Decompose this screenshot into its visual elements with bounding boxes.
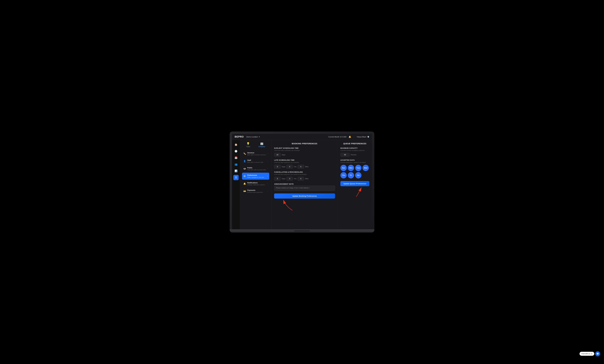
logo: BEPRO bbox=[235, 136, 244, 138]
sidebar-item-chart[interactable]: 📊 bbox=[233, 168, 239, 174]
preferences-icon: ⚙️ bbox=[243, 175, 246, 177]
menu-item-payments[interactable]: 💳 Payments Accept online payments... › bbox=[242, 188, 269, 195]
tab-company-label: Company bbox=[258, 146, 265, 148]
max-capacity-title: MAXIMUM CAPACITY bbox=[340, 147, 369, 149]
cancel-days-input[interactable] bbox=[274, 177, 281, 181]
menu-item-notifications[interactable]: 🔔 Notifications Change notification opti… bbox=[242, 180, 269, 187]
staff-chevron-icon: › bbox=[267, 160, 268, 162]
notifications-icon: 🔔 bbox=[243, 182, 246, 185]
late-days-input[interactable] bbox=[274, 165, 281, 169]
tab-company[interactable]: 🏢 Company bbox=[258, 142, 265, 148]
notifications-chevron-icon: › bbox=[267, 183, 268, 185]
earliest-days-input[interactable] bbox=[274, 153, 281, 157]
menu-text-payments: Payments Accept online payments... bbox=[247, 189, 267, 193]
arrow-area-queue bbox=[340, 186, 369, 199]
cancel-mins-label: Mins bbox=[305, 178, 308, 180]
max-capacity-label: Persons bbox=[351, 154, 356, 156]
chat-bubble[interactable]: Chat with us 👋 bbox=[579, 352, 594, 356]
payments-title: Payments bbox=[247, 189, 267, 191]
current-month-label: Current Month: 9/ 2,500 bbox=[328, 136, 346, 138]
cancel-hrs-input[interactable] bbox=[286, 177, 293, 181]
tasks-icon: 💡 bbox=[247, 142, 250, 145]
menu-item-staff[interactable]: 👤 Staff Edit, add or remove staff... › bbox=[242, 158, 269, 165]
sidebar-item-clock[interactable]: 🕐 bbox=[233, 149, 239, 154]
update-queue-preferences-button[interactable]: Update Queue Preferences bbox=[340, 181, 369, 186]
late-scheduling-title: LATE SCHEDULING TIME bbox=[274, 159, 335, 161]
tab-tasks-label: Tasks bbox=[246, 146, 250, 148]
topbar-right: Current Month: 9/ 2,500 🔔 Yahya Elfard 🛡… bbox=[328, 135, 369, 138]
chat-button[interactable]: 💬 bbox=[595, 351, 600, 356]
user-info: Yahya Elfard 🛡️ bbox=[357, 136, 369, 138]
late-days-label: Days bbox=[282, 166, 285, 168]
arrow-area-booking bbox=[274, 199, 335, 212]
accepted-days-sub: Choose what days a queue is accepted bbox=[340, 162, 369, 163]
late-hrs-label: Hrs bbox=[294, 166, 296, 168]
cancellation-sub: Limit how late customers can cancel or r… bbox=[274, 174, 335, 175]
payments-chevron-icon: › bbox=[267, 190, 268, 192]
menu-item-services[interactable]: ✏️ Services Edit, add or remove services… bbox=[242, 150, 269, 157]
earliest-days-label: Days bbox=[282, 154, 285, 156]
menu-text-services: Services Edit, add or remove services... bbox=[247, 152, 267, 156]
max-capacity-row: Persons bbox=[340, 153, 369, 157]
sidebar-item-home[interactable]: 🏠 bbox=[233, 142, 239, 147]
cancellation-title: CANCELLATION & RESCHEDULING bbox=[274, 171, 335, 173]
day-pill-mon[interactable]: Mon bbox=[348, 165, 354, 171]
max-capacity-input[interactable] bbox=[340, 153, 350, 157]
day-pill-wed[interactable]: Wed bbox=[363, 165, 369, 171]
menu-item-public[interactable]: 👁️ Public View QR code & access links › bbox=[242, 165, 269, 172]
menu-text-notifications: Notifications Change notification option… bbox=[247, 182, 267, 186]
notifications-title: Notifications bbox=[247, 182, 267, 184]
chat-widget: Chat with us 👋 💬 bbox=[579, 351, 600, 356]
late-mins-input[interactable] bbox=[298, 165, 304, 169]
chevron-down-icon: ▾ bbox=[259, 136, 260, 138]
user-avatar-icon: 🛡️ bbox=[367, 136, 369, 138]
booking-preferences-title: BOOKING PREFERENCES bbox=[274, 143, 335, 145]
sidebar-item-list[interactable]: ☰ bbox=[233, 175, 239, 180]
late-scheduling-sub: Limit how late customers can schedule bbox=[274, 162, 335, 163]
tab-tasks[interactable]: 💡 Tasks bbox=[246, 142, 250, 148]
payments-icon: 💳 bbox=[243, 190, 246, 192]
right-panel: QUEUE PREFERENCES MAXIMUM CAPACITY Limit… bbox=[338, 140, 372, 229]
public-title: Public bbox=[247, 167, 267, 169]
services-icon: ✏️ bbox=[243, 152, 246, 155]
chat-icon: 💬 bbox=[596, 352, 599, 355]
sidebar-item-users[interactable]: 👥 bbox=[233, 162, 239, 167]
chat-label: Chat with us 👋 bbox=[581, 353, 592, 355]
location-name: Demo Location bbox=[246, 136, 258, 138]
day-pill-fri[interactable]: Fri bbox=[348, 172, 354, 178]
announcement-text: Please contact us 0 days, 0 hrs, 0 mins … bbox=[274, 186, 335, 191]
day-pill-tues[interactable]: Tues bbox=[355, 165, 362, 171]
sidebar-item-calendar[interactable]: 📅 bbox=[233, 155, 239, 161]
menu-text-staff: Staff Edit, add or remove staff... bbox=[247, 159, 267, 163]
staff-title: Staff bbox=[247, 159, 267, 161]
accepted-days-title: ACCEPTED DAYS bbox=[340, 159, 369, 161]
day-pill-sun[interactable]: Sun bbox=[340, 165, 347, 171]
earliest-scheduling-title: EARLIEST SCHEDULING TIME bbox=[274, 147, 335, 149]
staff-subtitle: Edit, add or remove staff... bbox=[247, 162, 267, 163]
location-selector[interactable]: Demo Location ▾ bbox=[246, 136, 260, 138]
sidebar: 🏠 🕐 📅 👥 📊 ☰ bbox=[232, 140, 240, 229]
max-capacity-sub: Limit the number of waiting customers bbox=[340, 150, 369, 151]
cancel-mins-input[interactable] bbox=[298, 177, 304, 181]
preferences-chevron-icon: › bbox=[267, 175, 268, 177]
preferences-subtitle: Make changes to your pre... bbox=[247, 176, 267, 178]
services-subtitle: Edit, add or remove services... bbox=[247, 154, 267, 156]
menu-text-public: Public View QR code & access links bbox=[247, 167, 267, 171]
public-subtitle: View QR code & access links bbox=[247, 169, 267, 171]
earliest-scheduling-row: Days bbox=[274, 153, 335, 157]
late-hrs-input[interactable] bbox=[286, 165, 293, 169]
notification-bell-icon[interactable]: 🔔 bbox=[349, 136, 351, 138]
late-scheduling-row: Days Hrs Mins bbox=[274, 165, 335, 169]
earliest-scheduling-sub: Limit how early customers can schedule bbox=[274, 150, 335, 151]
separator bbox=[354, 135, 354, 138]
menu-text-preferences: Preferences Make changes to your pre... bbox=[247, 174, 267, 178]
tabs-row: 💡 Tasks 🏢 Company bbox=[242, 142, 269, 148]
menu-item-preferences[interactable]: ⚙️ Preferences Make changes to your pre.… bbox=[242, 173, 269, 180]
notifications-subtitle: Change notification options... bbox=[247, 184, 267, 186]
cancel-days-label: Days bbox=[282, 178, 285, 180]
day-pill-sat[interactable]: Sat bbox=[355, 172, 362, 178]
day-pill-thu[interactable]: Thu bbox=[340, 172, 347, 178]
update-booking-preferences-button[interactable]: Update Booking Preferences bbox=[274, 193, 335, 199]
queue-preferences-title: QUEUE PREFERENCES bbox=[340, 143, 369, 145]
public-icon: 👁️ bbox=[243, 167, 246, 170]
